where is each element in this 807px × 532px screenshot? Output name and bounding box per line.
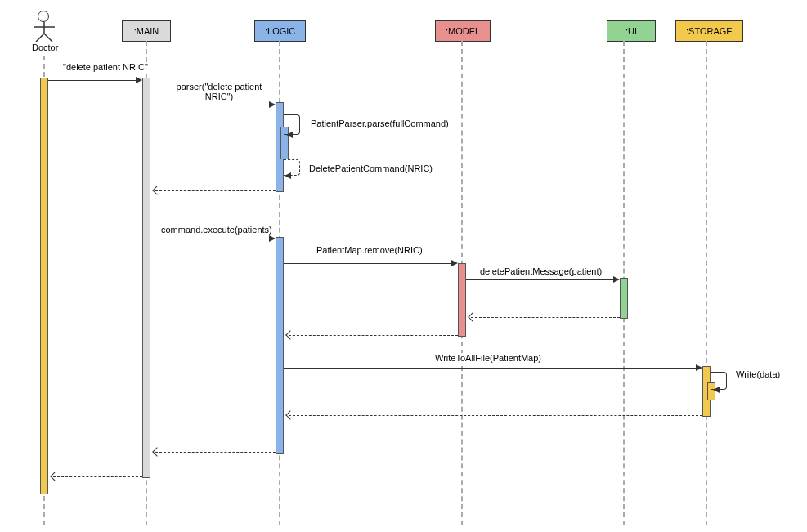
msg-3-label: PatientParser.parse(fullCommand)	[309, 118, 451, 128]
return-storage-logic-arrow	[285, 410, 294, 419]
return-ui-model-arrow	[468, 312, 477, 321]
msg-9-label: Write(data)	[734, 369, 782, 379]
msg-5-label: command.execute(patients)	[159, 225, 274, 235]
msg-1-arrow	[136, 77, 142, 83]
activation-ui	[620, 278, 628, 319]
participant-ui-label: :UI	[625, 26, 637, 36]
activation-main	[142, 78, 150, 478]
activation-model	[458, 263, 466, 337]
svg-line-3	[44, 34, 52, 42]
participant-model: :MODEL	[435, 20, 491, 42]
msg-7-arrow	[613, 276, 620, 283]
participant-logic: :LOGIC	[254, 20, 306, 42]
msg-2-arrow	[269, 101, 276, 108]
msg-1-line	[48, 80, 137, 81]
return-model-logic	[289, 335, 458, 336]
msg-3-arrow	[286, 132, 293, 138]
msg-9-arrow	[713, 387, 720, 393]
svg-line-2	[36, 34, 44, 42]
lifeline-storage	[706, 41, 707, 525]
participant-main-label: :MAIN	[134, 26, 159, 36]
msg-2-line	[150, 105, 271, 105]
participant-logic-label: :LOGIC	[265, 26, 295, 36]
participant-main: :MAIN	[122, 20, 171, 42]
return-logic-main-2-arrow	[152, 447, 161, 456]
participant-storage-label: :STORAGE	[686, 26, 733, 36]
return-main-actor-arrow	[50, 472, 59, 481]
msg-7-label: deletePatientMessage(patient)	[478, 266, 603, 276]
return-model-logic-arrow	[285, 330, 294, 339]
return-logic-main-1-arrow	[152, 186, 161, 194]
return-storage-logic	[289, 415, 702, 416]
return-logic-main-1	[155, 190, 276, 191]
msg-6-line	[284, 263, 453, 264]
msg-5-line	[150, 239, 271, 239]
msg-4-label: DeletePatientCommand(NRIC)	[307, 163, 434, 173]
actor-head	[38, 11, 49, 22]
activation-logic-2	[276, 237, 284, 454]
return-main-actor	[53, 476, 142, 477]
participant-ui: :UI	[607, 20, 656, 42]
msg-4-arrow	[285, 172, 291, 179]
participant-model-label: :MODEL	[446, 26, 480, 36]
msg-5-arrow	[269, 235, 276, 242]
msg-6-label: PatientMap.remove(NRIC)	[315, 245, 424, 255]
msg-6-arrow	[451, 260, 458, 266]
return-logic-main-2	[155, 452, 276, 453]
msg-8-line	[284, 368, 697, 369]
msg-7-line	[466, 279, 615, 280]
msg-1-label: "delete patient NRIC"	[61, 62, 150, 72]
actor-body-icon	[34, 22, 55, 42]
actor-label: Doctor	[30, 42, 60, 52]
msg-2-label: parser("delete patient NRIC")	[170, 82, 268, 101]
return-ui-model	[471, 317, 620, 318]
activation-actor	[40, 78, 48, 494]
participant-storage: :STORAGE	[675, 20, 743, 42]
msg-8-label: WriteToAllFile(PatientMap)	[433, 353, 543, 363]
msg-8-arrow	[696, 364, 702, 371]
